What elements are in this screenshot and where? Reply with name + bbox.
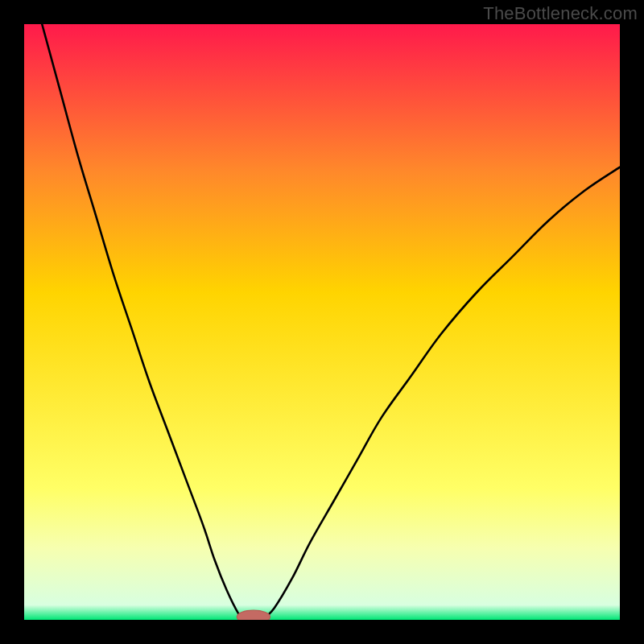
gradient-background <box>24 24 620 620</box>
chart-frame <box>24 24 620 620</box>
minimum-marker <box>237 610 270 620</box>
bottleneck-plot <box>24 24 620 620</box>
watermark-text: TheBottleneck.com <box>483 3 638 24</box>
